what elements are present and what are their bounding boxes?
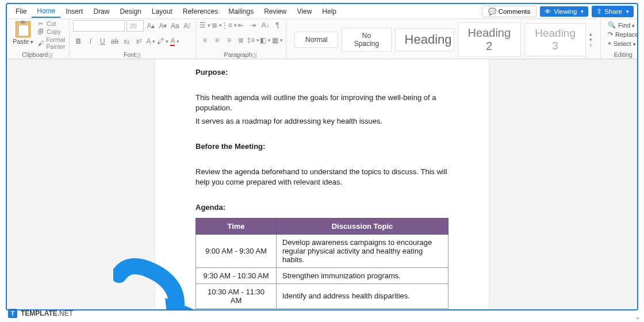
menu-view[interactable]: View (292, 6, 317, 17)
menu-help[interactable]: Help (317, 6, 342, 17)
copy-icon: 🗐 (38, 28, 45, 35)
superscript-icon[interactable]: x² (133, 36, 144, 47)
subscript-icon[interactable]: x₂ (121, 36, 132, 47)
th-time: Time (196, 218, 277, 234)
italic-icon[interactable]: I (85, 36, 95, 47)
table-row: 10:30 AM - 11:30 AMIdentify and address … (196, 283, 448, 308)
search-icon: 🔍 (608, 21, 616, 29)
table-row: 9:30 AM - 10:30 AMStrengthen immunizatio… (196, 267, 448, 283)
footer-brand: T TEMPLATE.NET (8, 309, 73, 318)
eye-icon: 👁 (545, 8, 551, 15)
purpose-text-2: It serves as a roadmap for addressing ke… (195, 116, 448, 126)
styles-more-icon[interactable]: ▿ (589, 43, 592, 48)
clipboard-label: Clipboard (22, 51, 48, 58)
ribbon: Paste ✂Cut 🗐Copy 🖌Format Painter Clipboa… (7, 19, 637, 59)
scissors-icon: ✂ (38, 20, 45, 27)
replace-button[interactable]: ↷Replace (608, 30, 638, 38)
format-painter-button[interactable]: 🖌Format Painter (38, 36, 66, 50)
style-heading[interactable]: Heading (395, 28, 454, 51)
change-case-icon[interactable]: Aa (170, 21, 180, 31)
shrink-font-icon[interactable]: A▾ (158, 21, 168, 31)
style-heading-3[interactable]: Heading 3 (524, 23, 586, 56)
strike-icon[interactable]: ab (109, 36, 120, 47)
comment-icon: 💬 (488, 7, 496, 16)
menu-draw[interactable]: Draw (88, 6, 114, 17)
menu-insert[interactable]: Insert (60, 6, 88, 17)
paste-button[interactable]: Paste (10, 20, 36, 46)
brush-icon: 🖌 (38, 40, 44, 47)
style-normal[interactable]: Normal (294, 32, 338, 48)
borders-icon[interactable]: ▦ (272, 35, 282, 45)
purpose-label: Purpose: (195, 67, 448, 78)
editing-label: Editing (604, 51, 638, 59)
sort-icon[interactable]: A↓ (260, 20, 270, 30)
viewing-button[interactable]: 👁Viewing (540, 6, 588, 17)
th-topic: Discussion Topic (277, 218, 448, 234)
indent-inc-icon[interactable]: ⇥ (248, 20, 258, 30)
bold-icon[interactable]: B (73, 36, 83, 47)
menu-layout[interactable]: Layout (147, 6, 178, 17)
numbering-icon[interactable]: ≣ (212, 20, 222, 30)
pilcrow-icon[interactable]: ¶ (272, 20, 282, 30)
justify-icon[interactable]: ≣ (236, 35, 246, 45)
bullets-icon[interactable]: ☰ (200, 20, 210, 30)
menu-design[interactable]: Design (114, 6, 146, 17)
menu-home[interactable]: Home (32, 5, 60, 18)
menu-references[interactable]: References (178, 6, 223, 17)
before-text: Review the agenda beforehand to understa… (195, 167, 448, 187)
grow-font-icon[interactable]: A▴ (145, 21, 156, 31)
cut-button[interactable]: ✂Cut (38, 20, 66, 27)
menu-file[interactable]: File (10, 6, 32, 17)
styles-up-icon[interactable]: ▴ (589, 31, 592, 37)
purpose-text: This health agenda will outline the goal… (195, 93, 448, 113)
before-label: Before the Meeting: (195, 141, 448, 152)
copy-button[interactable]: 🗐Copy (38, 28, 66, 35)
shading-icon[interactable]: ◧ (260, 35, 270, 45)
menu-mailings[interactable]: Mailings (223, 6, 259, 17)
find-button[interactable]: 🔍Find (608, 21, 638, 29)
clear-format-icon[interactable]: A⃠ (182, 21, 192, 31)
replace-icon: ↷ (608, 30, 613, 38)
share-button[interactable]: ⇪Share (592, 6, 634, 17)
select-button[interactable]: ⌖Select (608, 40, 638, 47)
paragraph-label: Paragraph (224, 51, 252, 58)
align-center-icon[interactable]: ≡ (212, 35, 222, 45)
paragraph-launcher-icon[interactable]: ◲ (252, 52, 257, 58)
align-right-icon[interactable]: ≡ (224, 35, 234, 45)
agenda-table: TimeDiscussion Topic 9:00 AM - 9:30 AMDe… (195, 218, 448, 309)
font-family-select[interactable] (73, 20, 125, 32)
multilevel-icon[interactable]: ⋮≡ (224, 20, 234, 30)
table-row: 9:00 AM - 9:30 AMDevelop awareness campa… (196, 234, 448, 267)
clipboard-launcher-icon[interactable]: ◲ (48, 52, 53, 58)
document-area[interactable]: Purpose: This health agenda will outline… (7, 59, 637, 310)
style-heading-2[interactable]: Heading 2 (458, 22, 522, 57)
font-label: Font (124, 51, 136, 58)
agenda-label: Agenda: (195, 202, 448, 213)
page: Purpose: This health agenda will outline… (155, 59, 489, 310)
share-icon: ⇪ (596, 7, 602, 16)
line-spacing-icon[interactable]: ‡≡ (248, 35, 258, 45)
style-no-spacing[interactable]: No Spacing (342, 28, 391, 52)
underline-icon[interactable]: U (97, 36, 108, 47)
align-left-icon[interactable]: ≡ (200, 35, 210, 45)
cursor-icon: ⌖ (608, 40, 611, 47)
template-logo-icon: T (8, 309, 17, 318)
font-color-icon[interactable]: A (170, 36, 180, 47)
indent-dec-icon[interactable]: ⇤ (236, 20, 246, 30)
highlight-icon[interactable]: 🖍 (158, 36, 168, 47)
font-size-select[interactable]: 20 (126, 20, 144, 32)
font-launcher-icon[interactable]: ◲ (136, 52, 141, 58)
paste-icon (16, 21, 30, 37)
text-effects-icon[interactable]: A (145, 36, 156, 47)
styles-down-icon[interactable]: ▾ (589, 37, 592, 43)
menu-review[interactable]: Review (259, 6, 292, 17)
menubar: File Home Insert Draw Design Layout Refe… (7, 4, 637, 19)
comments-button[interactable]: 💬Comments (482, 6, 537, 17)
